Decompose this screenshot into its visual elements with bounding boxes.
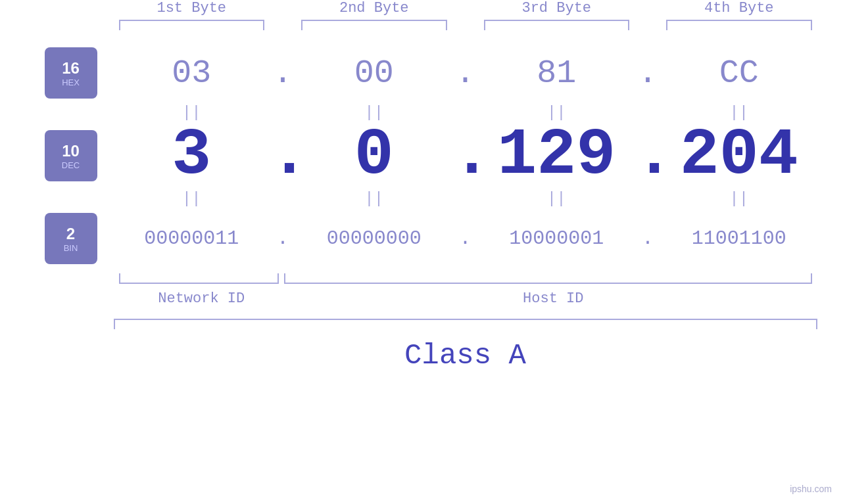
dec-val-3: 129	[479, 123, 635, 189]
watermark: ipshu.com	[790, 484, 832, 494]
bin-badge-label: BIN	[64, 243, 78, 253]
hex-val-1: 03	[114, 55, 270, 92]
hex-dot-2: .	[452, 55, 479, 92]
col-header-3: 3rd Byte	[479, 0, 635, 16]
eq-2-4: ||	[661, 190, 817, 208]
eq-2-3: ||	[479, 190, 635, 208]
hex-badge-number: 16	[62, 59, 80, 78]
dec-val-1: 3	[114, 123, 270, 189]
host-id-bracket	[284, 273, 812, 284]
network-id-label: Network ID	[114, 290, 290, 307]
hex-badge-label: HEX	[62, 78, 80, 87]
bin-val-2: 00000000	[296, 227, 452, 250]
top-braces	[28, 20, 817, 30]
bin-val-1: 00000011	[114, 227, 270, 250]
hex-dot-1: .	[270, 55, 296, 92]
hex-values: 03 . 00 . 81 . CC	[114, 55, 817, 92]
class-label: Class A	[114, 339, 817, 372]
dec-val-2: 0	[296, 123, 452, 189]
bin-dot-1: .	[270, 227, 296, 250]
host-id-label: Host ID	[289, 290, 817, 307]
bin-badge-cell: 2 BIN	[28, 213, 114, 264]
top-brace-4	[666, 20, 812, 30]
bin-badge-number: 2	[66, 225, 75, 243]
top-brace-3	[484, 20, 630, 30]
col-header-1: 1st Byte	[114, 0, 270, 16]
column-headers: 1st Byte 2nd Byte 3rd Byte 4th Byte	[28, 0, 817, 16]
network-id-bracket	[119, 273, 279, 284]
dec-row: 10 DEC 3 . 0 . 129 . 204	[28, 123, 817, 189]
bin-val-4: 11001100	[661, 227, 817, 250]
bin-row: 2 BIN 00000011 . 00000000 . 10000001 . 1…	[28, 209, 817, 268]
dec-badge-number: 10	[62, 142, 80, 160]
top-brace-1	[119, 20, 265, 30]
bottom-brackets	[114, 273, 817, 286]
dec-dot-1: .	[270, 123, 296, 189]
id-labels-row: Network ID Host ID	[114, 290, 817, 307]
eq-2-1: ||	[114, 190, 270, 208]
main-content: 1st Byte 2nd Byte 3rd Byte 4th Byte 16 H…	[28, 0, 817, 372]
bin-values: 00000011 . 00000000 . 10000001 . 1100110…	[114, 227, 817, 250]
hex-badge: 16 HEX	[45, 47, 97, 99]
dec-dot-3: .	[635, 123, 661, 189]
hex-val-3: 81	[479, 55, 635, 92]
hex-val-4: CC	[661, 55, 817, 92]
equals-row-2: || || || ||	[28, 190, 817, 208]
hex-row: 16 HEX 03 . 00 . 81 . CC	[28, 43, 817, 103]
bin-badge: 2 BIN	[45, 213, 97, 264]
bin-val-3: 10000001	[479, 227, 635, 250]
bin-dot-3: .	[635, 227, 661, 250]
top-brace-2	[301, 20, 447, 30]
dec-badge-label: DEC	[62, 160, 80, 170]
hex-val-2: 00	[296, 55, 452, 92]
eq-2-2: ||	[296, 190, 452, 208]
hex-badge-cell: 16 HEX	[28, 47, 114, 99]
dec-badge: 10 DEC	[45, 130, 97, 181]
col-header-2: 2nd Byte	[296, 0, 452, 16]
bottom-bracket-container: Network ID Host ID	[28, 273, 817, 307]
dec-dot-2: .	[452, 123, 479, 189]
dec-val-4: 204	[661, 123, 817, 189]
class-section: Class A	[28, 319, 817, 372]
hex-dot-3: .	[635, 55, 661, 92]
col-header-4: 4th Byte	[661, 0, 817, 16]
dec-badge-cell: 10 DEC	[28, 130, 114, 181]
bin-dot-2: .	[452, 227, 479, 250]
dec-values: 3 . 0 . 129 . 204	[114, 123, 817, 189]
class-bracket	[114, 319, 817, 329]
